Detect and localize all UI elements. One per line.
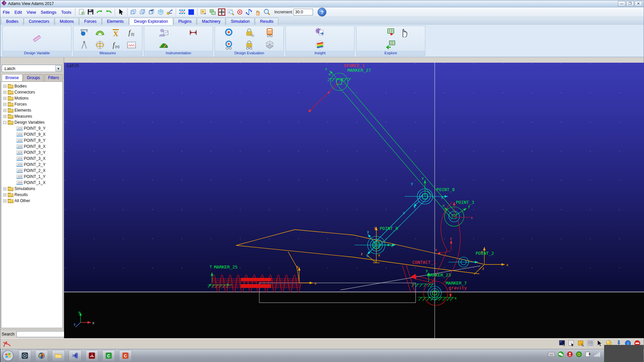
tree-item-simulations[interactable]: +Simulations: [1, 186, 62, 192]
search-input[interactable]: [16, 331, 65, 337]
tab-motions[interactable]: Motions: [55, 18, 79, 25]
pick-cursor-icon[interactable]: [596, 340, 603, 347]
table-export-icon[interactable]: [385, 27, 396, 38]
browser-tab-filters[interactable]: Filters: [44, 74, 63, 81]
tree-item-point_3_y[interactable]: +123POINT_3_Y: [1, 149, 62, 156]
red-app-icon[interactable]: [567, 351, 573, 359]
power-plug-icon[interactable]: [585, 351, 591, 359]
tree-item-point_3_x[interactable]: +123POINT_3_X: [1, 156, 62, 162]
tree-item-elements[interactable]: +Elements: [1, 107, 62, 113]
tree-expander[interactable]: -: [3, 121, 6, 124]
gauge-icon[interactable]: [158, 39, 169, 51]
target-icon[interactable]: [223, 27, 234, 38]
tab-machinery[interactable]: Machinery: [197, 18, 225, 25]
undo-icon[interactable]: [105, 8, 113, 16]
view-iso-icon[interactable]: [157, 8, 165, 16]
rotate-view-icon[interactable]: [245, 8, 253, 16]
tree-item-design-variables[interactable]: -Design Variables: [1, 119, 62, 125]
redo-icon[interactable]: [96, 8, 104, 16]
start-button[interactable]: [2, 350, 14, 361]
protractor-icon[interactable]: [94, 27, 106, 38]
increment-input[interactable]: [293, 9, 313, 15]
tree-expander[interactable]: +: [3, 91, 6, 94]
chevron-down-icon[interactable]: ▼: [55, 65, 61, 71]
menu-tools[interactable]: Tools: [59, 10, 73, 15]
tab-connectors[interactable]: Connectors: [24, 18, 54, 25]
capture-red-icon[interactable]: C: [119, 350, 132, 361]
tab-forces[interactable]: Forces: [79, 18, 102, 25]
menu-view[interactable]: View: [24, 10, 38, 15]
tree-item-point_8_x[interactable]: +123POINT_8_X: [1, 143, 62, 149]
function-time-icon[interactable]: f(t): [126, 27, 137, 38]
design-variable-icon[interactable]: [31, 33, 43, 44]
tree-expander[interactable]: +: [3, 103, 6, 106]
tree-item-point_9_y[interactable]: +123POINT_9_Y: [1, 125, 62, 131]
center-point-icon[interactable]: [236, 8, 244, 16]
3d-viewport[interactable]: LatchSFORCE_1MARKER_27POINT_8POINT_3POIN…: [64, 63, 644, 338]
tree-item-point_2_x[interactable]: +123POINT_2_X: [1, 168, 62, 174]
minimize-button[interactable]: —: [618, 1, 626, 6]
tree-item-point_1_x[interactable]: +123POINT_1_X: [1, 180, 62, 186]
tree-item-point_1_y[interactable]: +123POINT_1_Y: [1, 174, 62, 180]
tree-item-point_8_y[interactable]: +123POINT_8_Y: [1, 137, 62, 143]
tree-expander[interactable]: +: [3, 187, 6, 190]
xbar-icon[interactable]: X: [110, 27, 121, 38]
close-button[interactable]: ✕: [635, 1, 642, 6]
grid-table-icon[interactable]: [587, 340, 594, 347]
lock-review-icon[interactable]: [244, 39, 255, 51]
tree-item-bodies[interactable]: +Bodies: [1, 83, 62, 89]
tree-expander[interactable]: +: [3, 199, 6, 202]
render-mode-icon[interactable]: [200, 8, 208, 16]
app-dark-icon[interactable]: [18, 350, 31, 361]
help-button[interactable]: ?: [318, 8, 326, 16]
new-file-icon[interactable]: [77, 8, 86, 16]
tree-item-connectors[interactable]: +Connectors: [1, 89, 62, 95]
keyboard-icon[interactable]: [548, 352, 555, 358]
tree-item-results[interactable]: +Results: [1, 192, 62, 198]
firefox-icon[interactable]: [35, 350, 48, 361]
tab-bodies[interactable]: Bodies: [1, 18, 23, 25]
zoom-box-icon[interactable]: [227, 8, 235, 16]
safe-app-icon[interactable]: [576, 351, 582, 359]
explorer-icon[interactable]: [52, 350, 65, 361]
tab-plugins[interactable]: Plugins: [173, 18, 197, 25]
surface-plot-icon[interactable]: [314, 39, 326, 51]
highlight-color-icon[interactable]: [577, 340, 585, 347]
tree-expander[interactable]: +: [3, 115, 6, 118]
h-dimension-icon[interactable]: [187, 27, 199, 38]
tree-item-point_9_x[interactable]: +123POINT_9_X: [1, 131, 62, 137]
orient-circle-icon[interactable]: [94, 39, 106, 51]
view-back-icon[interactable]: [148, 8, 156, 16]
fill-color-icon[interactable]: [187, 8, 196, 16]
dynamic-pick-icon[interactable]: [178, 8, 186, 16]
tab-simulation[interactable]: Simulation: [226, 18, 255, 25]
browser-tab-browse[interactable]: Browse: [2, 74, 22, 81]
tree-item-measures[interactable]: +Measures: [1, 113, 62, 119]
model-selector[interactable]: .Latch ▼: [2, 65, 62, 72]
print-screen-icon[interactable]: [568, 340, 575, 347]
caliper-icon[interactable]: [78, 27, 90, 38]
view-parts-icon[interactable]: [209, 8, 217, 16]
strip-chart-icon[interactable]: [126, 39, 137, 51]
view-orient-icon[interactable]: [166, 8, 174, 16]
zoom-view-icon[interactable]: [263, 8, 271, 16]
table-import-icon[interactable]: [385, 39, 396, 51]
person-chart-icon[interactable]: [158, 27, 169, 38]
menu-edit[interactable]: Edit: [12, 10, 24, 15]
export-gear-icon[interactable]: [314, 27, 326, 38]
hand-pan-icon[interactable]: [254, 8, 262, 16]
tree-expander[interactable]: +: [3, 193, 6, 196]
tree-item-forces[interactable]: +Forces: [1, 101, 62, 107]
capture-green-icon[interactable]: C: [102, 350, 115, 361]
network-signal-icon[interactable]: [594, 352, 601, 358]
menu-settings[interactable]: Settings: [38, 10, 59, 15]
menu-file[interactable]: File: [0, 10, 12, 15]
tree-item-all-other[interactable]: +All Other: [1, 198, 62, 204]
pan-arrows-icon[interactable]: [218, 8, 226, 16]
tree-item-point_2_y[interactable]: +123POINT_2_Y: [1, 162, 62, 168]
calculator-review-icon[interactable]: [264, 27, 275, 38]
function-n-icon[interactable]: f(n): [110, 39, 121, 51]
save-icon[interactable]: [87, 8, 95, 16]
tree-expander[interactable]: +: [3, 85, 6, 88]
divider-icon[interactable]: [78, 39, 90, 51]
